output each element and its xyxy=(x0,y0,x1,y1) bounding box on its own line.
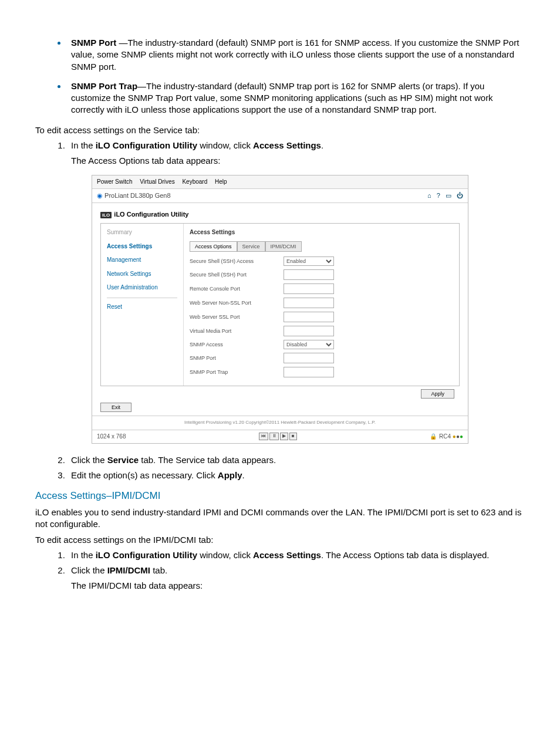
menu-item[interactable]: Virtual Drives xyxy=(140,178,174,185)
menu-item[interactable]: Keyboard xyxy=(182,178,207,185)
main-panel: Access Settings Access Options Service I… xyxy=(184,224,459,386)
rc-label: RC4 xyxy=(439,433,451,440)
menubar: Power Switch Virtual Drives Keyboard Hel… xyxy=(92,175,468,189)
step-item: In the iLO Configuration Utility window,… xyxy=(68,549,525,561)
field-label: Secure Shell (SSH) Access xyxy=(190,258,284,265)
home-icon[interactable]: ⌂ xyxy=(427,192,431,199)
sidebar-item-network[interactable]: Network Settings xyxy=(107,270,177,278)
tab-access-options[interactable]: Access Options xyxy=(190,241,237,252)
copyright-text: Intelligent Provisioning v1.20 Copyright… xyxy=(92,416,468,430)
field-input[interactable] xyxy=(284,367,334,377)
bullet-term: SNMP Port Trap xyxy=(71,81,137,91)
playback-controls: ⏮ ⏸ ▶ ■ xyxy=(259,433,297,440)
help-icon[interactable]: ? xyxy=(437,192,440,199)
lock-icon: 🔒 xyxy=(430,433,437,440)
product-name: ProLiant DL380p Gen8 xyxy=(104,192,171,199)
sidebar-item-summary[interactable]: Summary xyxy=(107,228,177,237)
screenshot-panel: Power Switch Virtual Drives Keyboard Hel… xyxy=(92,175,468,443)
sidebar-item-management[interactable]: Management xyxy=(107,256,177,264)
resolution-text: 1024 x 768 xyxy=(97,433,126,441)
bullet-term: SNMP Port xyxy=(71,38,116,48)
field-label: Secure Shell (SSH) Port xyxy=(190,271,284,278)
field-label: Virtual Media Port xyxy=(190,328,284,335)
step-subtext: The IPMI/DCMI tab data appears: xyxy=(71,580,525,592)
field-input[interactable] xyxy=(284,283,334,294)
apply-button[interactable]: Apply xyxy=(421,389,454,399)
form-row: Virtual Media Port xyxy=(190,326,453,336)
form-row: SNMP Port xyxy=(190,353,453,363)
field-input[interactable] xyxy=(284,326,334,336)
field-input[interactable] xyxy=(284,353,334,363)
field-label: Remote Console Port xyxy=(190,285,284,292)
ilo-tag-icon: iLO xyxy=(100,212,112,218)
status-dots: ●●● xyxy=(453,433,463,440)
bullet-item: SNMP Port —The industry-standard (defaul… xyxy=(68,35,525,73)
utility-title: iLOiLO Configuration Utility xyxy=(100,210,460,219)
menu-item[interactable]: Help xyxy=(215,178,227,185)
steps-list-2: In the iLO Configuration Utility window,… xyxy=(35,549,525,592)
section-heading: Access Settings–IPMI/DCMI xyxy=(35,490,525,503)
field-label: SNMP Port Trap xyxy=(190,369,284,376)
field-select[interactable]: Disabled xyxy=(284,340,334,349)
power-icon[interactable]: ⏻ xyxy=(457,192,463,199)
bullet-item: SNMP Port Trap—The industry-standard (de… xyxy=(68,79,525,116)
pause-icon[interactable]: ⏸ xyxy=(269,433,279,440)
form-row: Web Server Non-SSL Port xyxy=(190,298,453,308)
panel-title: Access Settings xyxy=(190,228,453,237)
field-label: SNMP Port xyxy=(190,355,284,362)
tab-service[interactable]: Service xyxy=(237,241,265,252)
field-input[interactable] xyxy=(284,269,334,280)
step-item: In the iLO Configuration Utility window,… xyxy=(68,140,525,167)
bullet-text: The industry-standard (default) SNMP por… xyxy=(71,38,519,72)
form-row: Secure Shell (SSH) AccessEnabled xyxy=(190,256,453,266)
intro-text-2: To edit access settings on the IPMI/DCMI… xyxy=(35,534,525,546)
sidebar: Summary Access Settings Management Netwo… xyxy=(101,224,184,386)
menu-item[interactable]: Power Switch xyxy=(97,178,133,185)
header-icons: ⌂ ? ▭ ⏻ xyxy=(424,191,463,200)
status-bar: 1024 x 768 ⏮ ⏸ ▶ ■ 🔒RC4 ●●● xyxy=(92,430,468,443)
field-label: Web Server SSL Port xyxy=(190,313,284,320)
play-icon[interactable]: ▶ xyxy=(280,433,288,440)
stop-icon[interactable]: ■ xyxy=(289,433,297,440)
step-item: Click the IPMI/DCMI tab. The IPMI/DCMI t… xyxy=(68,565,525,592)
form-row: Web Server SSL Port xyxy=(190,312,453,322)
rewind-icon[interactable]: ⏮ xyxy=(259,433,268,440)
exit-button[interactable]: Exit xyxy=(100,403,131,412)
window-icon[interactable]: ▭ xyxy=(446,192,451,199)
product-header: ◉ ProLiant DL380p Gen8 ⌂ ? ▭ ⏻ xyxy=(92,189,468,203)
tab-ipmi[interactable]: IPMI/DCMI xyxy=(265,241,302,252)
section-para: iLO enables you to send industry-standar… xyxy=(35,507,525,531)
tab-row: Access Options Service IPMI/DCMI xyxy=(190,241,453,252)
form-row: SNMP AccessDisabled xyxy=(190,340,453,349)
field-input[interactable] xyxy=(284,298,334,308)
field-input[interactable] xyxy=(284,312,334,322)
field-label: Web Server Non-SSL Port xyxy=(190,299,284,306)
field-select[interactable]: Enabled xyxy=(284,256,334,266)
intro-text: To edit access settings on the Service t… xyxy=(35,124,525,136)
form-row: Secure Shell (SSH) Port xyxy=(190,269,453,280)
steps-list-1: In the iLO Configuration Utility window,… xyxy=(35,140,525,167)
bullet-list: SNMP Port —The industry-standard (defaul… xyxy=(35,35,525,116)
sidebar-item-access[interactable]: Access Settings xyxy=(107,242,177,251)
step-item: Edit the option(s) as necessary. Click A… xyxy=(68,470,525,481)
field-label: SNMP Access xyxy=(190,341,284,348)
form-row: Remote Console Port xyxy=(190,283,453,294)
sidebar-item-reset[interactable]: Reset xyxy=(107,303,177,311)
step-item: Click the Service tab. The Service tab d… xyxy=(68,454,525,466)
sidebar-item-user[interactable]: User Administration xyxy=(107,283,177,292)
step-subtext: The Access Options tab data appears: xyxy=(71,155,525,167)
form-row: SNMP Port Trap xyxy=(190,367,453,377)
steps-list-1b: Click the Service tab. The Service tab d… xyxy=(35,454,525,482)
hp-logo-icon: ◉ xyxy=(97,192,104,199)
